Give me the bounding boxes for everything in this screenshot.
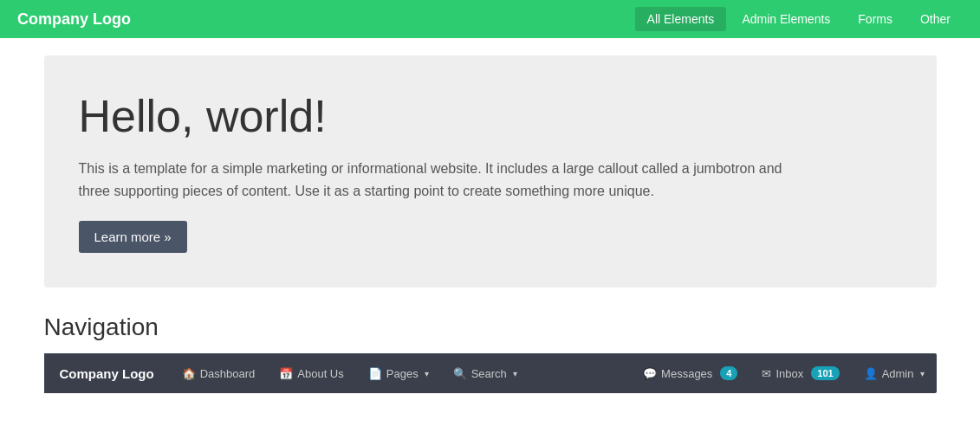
calendar-icon: 📅	[279, 367, 293, 380]
nav-link-other[interactable]: Other	[908, 7, 963, 31]
bottom-nav-dashboard[interactable]: 🏠 Dashboard	[170, 353, 268, 393]
messages-badge: 4	[720, 366, 737, 380]
bottom-brand[interactable]: Company Logo	[44, 353, 170, 393]
main-content: Hello, world! This is a template for a s…	[31, 38, 950, 410]
bottom-nav-messages-label: Messages	[661, 367, 712, 380]
jumbotron: Hello, world! This is a template for a s…	[44, 55, 937, 288]
user-icon: 👤	[864, 367, 878, 380]
top-nav-links: All Elements Admin Elements Forms Other	[635, 7, 963, 31]
bottom-nav-dashboard-label: Dashboard	[200, 367, 256, 380]
bottom-nav-pages[interactable]: 📄 Pages ▾	[356, 353, 441, 393]
bottom-right-nav: 💬 Messages 4 ✉ Inbox 101 👤 Admin ▾	[631, 353, 936, 393]
pages-caret-icon: ▾	[425, 369, 429, 378]
bottom-nav-admin-label: Admin	[882, 367, 914, 380]
bottom-nav-about[interactable]: 📅 About Us	[267, 353, 355, 393]
inbox-badge: 101	[811, 366, 839, 380]
bottom-nav-about-label: About Us	[297, 367, 343, 380]
bottom-nav-inbox[interactable]: ✉ Inbox 101	[750, 353, 851, 393]
top-navbar: Company Logo All Elements Admin Elements…	[0, 0, 980, 38]
messages-icon: 💬	[643, 367, 657, 380]
nav-link-admin-elements[interactable]: Admin Elements	[730, 7, 842, 31]
home-icon: 🏠	[182, 367, 196, 380]
bottom-left-nav: Company Logo 🏠 Dashboard 📅 About Us 📄 Pa…	[44, 353, 529, 393]
nav-section-heading: Navigation	[44, 313, 937, 341]
bottom-nav-search-label: Search	[471, 367, 507, 380]
bottom-nav-pages-label: Pages	[386, 367, 419, 380]
jumbotron-heading: Hello, world!	[79, 90, 893, 142]
bottom-nav-admin[interactable]: 👤 Admin ▾	[852, 353, 937, 393]
inbox-icon: ✉	[762, 367, 771, 380]
jumbotron-description: This is a template for a simple marketin…	[79, 158, 789, 202]
bottom-nav-search[interactable]: 🔍 Search ▾	[441, 353, 529, 393]
nav-section: Navigation Company Logo 🏠 Dashboard 📅 Ab…	[44, 313, 937, 393]
nav-link-forms[interactable]: Forms	[846, 7, 905, 31]
top-brand[interactable]: Company Logo	[17, 10, 131, 29]
bottom-nav-inbox-label: Inbox	[776, 367, 803, 380]
pages-icon: 📄	[368, 367, 382, 380]
bottom-nav-messages[interactable]: 💬 Messages 4	[631, 353, 750, 393]
learn-more-button[interactable]: Learn more »	[79, 221, 187, 253]
bottom-navbar: Company Logo 🏠 Dashboard 📅 About Us 📄 Pa…	[44, 353, 937, 393]
search-icon: 🔍	[453, 367, 467, 380]
admin-caret-icon: ▾	[920, 369, 925, 378]
search-caret-icon: ▾	[513, 369, 517, 378]
nav-link-all-elements[interactable]: All Elements	[635, 7, 727, 31]
